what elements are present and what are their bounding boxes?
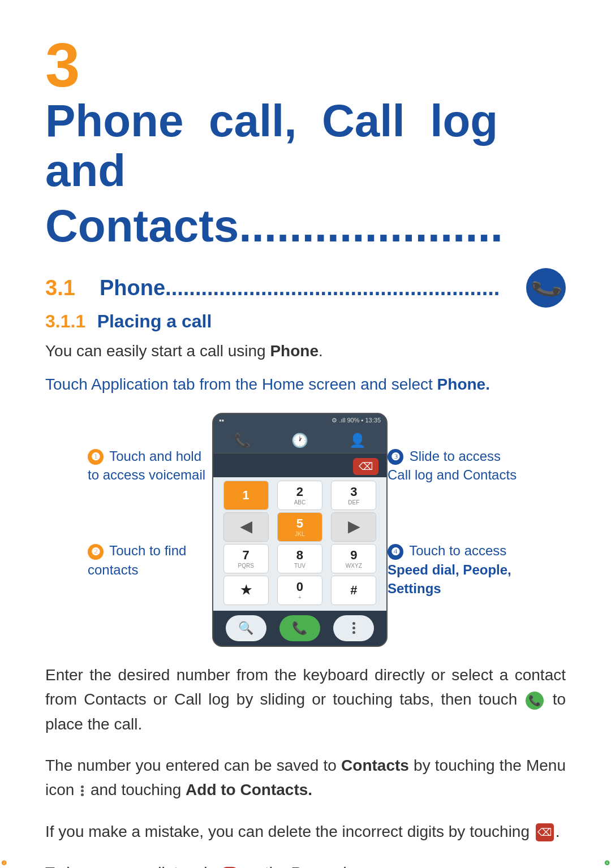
backspace-button[interactable]: ⌫ xyxy=(353,458,378,475)
dot-3 xyxy=(352,631,355,634)
paragraph-4: The number you entered can be saved to C… xyxy=(45,753,566,802)
key-7-sub: PQRS xyxy=(238,563,253,569)
key-0-sub: + xyxy=(298,594,302,601)
paragraph-3: Enter the desired number from the keyboa… xyxy=(45,663,566,736)
label-4-num: ❹ xyxy=(388,544,403,560)
right-labels: ❸ Slide to access Call log and Contacts … xyxy=(388,413,523,598)
phone-keypad: 1 2 ABC 3 DEF ◀ 5 JKL xyxy=(213,477,386,611)
label-1: ❶ Touch and hold to access voicemail xyxy=(88,447,212,485)
tab-dialer-icon[interactable]: 📞 xyxy=(234,433,251,448)
key-5[interactable]: 5 JKL xyxy=(277,512,322,542)
key-3-label: 3 xyxy=(350,485,357,499)
key-9[interactable]: 9 WXYZ xyxy=(331,544,376,573)
status-center: ⚙ .ıll 90% ▪ 13:35 xyxy=(332,417,381,424)
section-title: Phone...................................… xyxy=(100,276,526,300)
tab-recent-icon[interactable]: 🕐 xyxy=(291,433,308,448)
phone-icon: 📞 xyxy=(528,270,564,305)
backspace-row: ⌫ xyxy=(213,454,386,477)
key-hash[interactable]: # xyxy=(331,576,376,605)
key-left-arrow: ◀ xyxy=(240,518,252,536)
menu-dots-icon xyxy=(352,615,355,641)
key-0[interactable]: 0 + xyxy=(277,576,322,605)
label-1-num: ❶ xyxy=(88,449,104,465)
section-num: 3.1 xyxy=(45,276,91,300)
key-9-label: 9 xyxy=(350,548,357,563)
page-bottom: Enter the desired number from the keyboa… xyxy=(45,663,566,868)
key-right-arrow: ▶ xyxy=(348,518,359,536)
subsection-3-1-1-heading: 3.1.1 Placing a call xyxy=(45,311,566,332)
key-hash-label: # xyxy=(350,583,357,598)
chapter-number: 3 xyxy=(45,34,80,96)
label-2: ❷ Touch to find contacts xyxy=(88,541,212,579)
keypad-row-4: ★ 0 + # xyxy=(219,576,381,605)
key-3[interactable]: 3 DEF xyxy=(331,481,376,510)
left-labels: ❶ Touch and hold to access voicemail ❷ T… xyxy=(88,413,212,579)
label-3-text: Slide to access Call log and Contacts xyxy=(388,448,517,483)
label-3-num: ❸ xyxy=(388,449,403,465)
key-4[interactable]: ◀ xyxy=(223,512,269,542)
phone-bold: Phone xyxy=(270,342,319,360)
paragraph-6: To hang up a call, touch 📵 or the Power … xyxy=(45,861,566,868)
key-8[interactable]: 8 TUV xyxy=(277,544,322,573)
phone-bold-2: Phone. xyxy=(437,375,490,393)
chapter-title-second: Contacts..................... xyxy=(45,201,566,251)
label-3: ❸ Slide to access Call log and Contacts xyxy=(388,447,523,485)
call-icon: 📞 xyxy=(292,621,307,636)
key-9-sub: WXYZ xyxy=(346,563,362,569)
label-4-bold: Speed dial, People, Settings xyxy=(388,562,511,597)
keypad-row-2: ◀ 5 JKL ▶ xyxy=(219,512,381,542)
chapter-title-main: Phone call, Call log and xyxy=(45,96,566,196)
add-to-contacts-bold: Add to Contacts. xyxy=(186,781,312,798)
phone-mockup: ▪▪ ⚙ .ıll 90% ▪ 13:35 📞 🕐 👤 ⌫ 1 2 ABC xyxy=(212,413,388,647)
label-4: ❹ Touch to access Speed dial, People, Se… xyxy=(388,541,523,598)
phone-icon-circle: 📞 xyxy=(526,268,566,308)
key-7-label: 7 xyxy=(243,548,249,563)
call-inline-icon: 📞 xyxy=(526,692,544,710)
search-button[interactable]: 🔍 ❷ xyxy=(226,615,266,641)
key-0-label: 0 xyxy=(296,580,303,594)
key-8-sub: TUV xyxy=(294,563,306,569)
key-star-label: ★ xyxy=(240,583,252,598)
key-5-sub: JKL xyxy=(295,531,304,537)
power-bold: Power xyxy=(291,864,339,868)
label-4-text: Touch to access Speed dial, People, Sett… xyxy=(388,543,511,596)
subsection-title: Placing a call xyxy=(97,311,212,331)
key-5-label: 5 xyxy=(296,516,303,531)
phone-tabs: 📞 🕐 👤 xyxy=(213,427,386,454)
key-1-label: 1 xyxy=(243,488,249,503)
dot-1 xyxy=(352,622,355,625)
tab-contacts-icon[interactable]: 👤 xyxy=(349,433,366,448)
label-1-text: Touch and hold to access voicemail xyxy=(88,448,205,483)
subsection-num: 3.1.1 xyxy=(45,311,85,331)
dot-2 xyxy=(352,627,355,629)
key-star[interactable]: ★ xyxy=(223,576,269,605)
label-2-num: ❷ xyxy=(88,544,104,560)
call-button[interactable]: 📞 xyxy=(279,615,320,641)
menu-button[interactable]: ❹ xyxy=(333,615,374,641)
paragraph-5: If you make a mistake, you can delete th… xyxy=(45,819,566,844)
key-2-sub: ABC xyxy=(294,499,306,506)
key-1[interactable]: 1 xyxy=(223,481,269,510)
keypad-row-1: 1 2 ABC 3 DEF xyxy=(219,481,381,510)
paragraph-1: You can easily start a call using Phone. xyxy=(45,339,566,363)
key-3-sub: DEF xyxy=(348,499,359,506)
key-8-label: 8 xyxy=(296,548,303,563)
key-2[interactable]: 2 ABC xyxy=(277,481,322,510)
contacts-bold: Contacts xyxy=(341,757,409,774)
status-left: ▪▪ xyxy=(219,416,224,425)
menu-icon-inline xyxy=(81,785,84,796)
keypad-row-3: 7 PQRS 8 TUV 9 WXYZ xyxy=(219,544,381,573)
chapter-heading: 3 Phone call, Call log and xyxy=(45,34,566,196)
key-6[interactable]: ▶ xyxy=(331,512,376,542)
phone-bottom-bar: 🔍 ❷ 📞 ❹ xyxy=(213,611,386,646)
phone-diagram-area: ❶ Touch and hold to access voicemail ❷ T… xyxy=(45,413,566,647)
key-7[interactable]: 7 PQRS xyxy=(223,544,269,573)
backspace-inline-icon: ⌫ xyxy=(536,823,554,841)
status-bar: ▪▪ ⚙ .ıll 90% ▪ 13:35 xyxy=(213,414,386,427)
search-icon: 🔍 xyxy=(238,621,253,636)
key-2-label: 2 xyxy=(296,485,303,499)
paragraph-2: Touch Application tab from the Home scre… xyxy=(45,372,566,396)
section-3-1-heading: 3.1 Phone...............................… xyxy=(45,268,566,308)
